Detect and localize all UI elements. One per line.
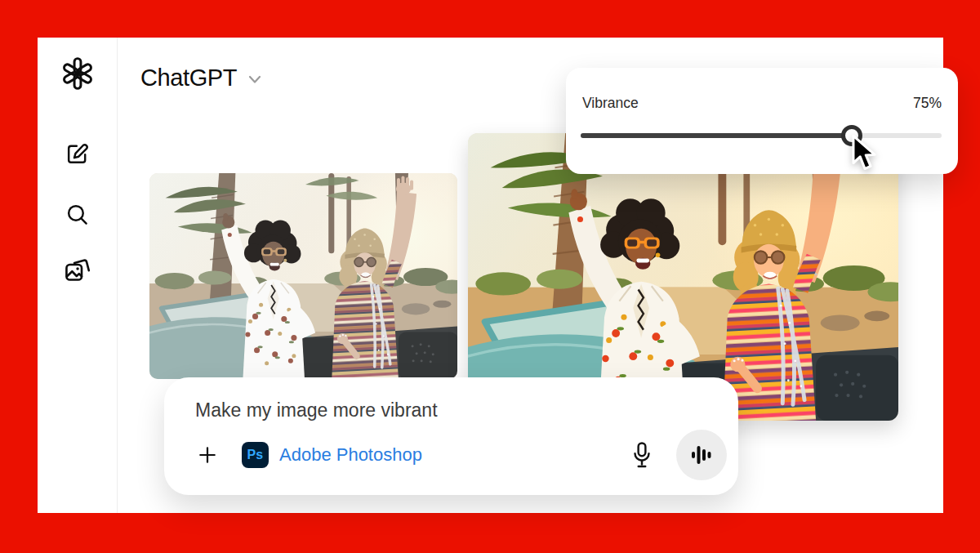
plus-icon (196, 444, 219, 466)
openai-logo-button[interactable] (38, 56, 117, 91)
before-image[interactable] (149, 173, 457, 379)
vibrance-value: 75% (913, 95, 942, 112)
voice-mode-button[interactable] (676, 430, 727, 480)
photos-icon (64, 256, 91, 283)
composer-bar: Make my image more vibrant Ps Adobe Phot… (164, 377, 738, 495)
vibrance-label: Vibrance (582, 95, 639, 112)
library-button[interactable] (38, 253, 117, 284)
chevron-down-icon (245, 69, 265, 89)
search-button[interactable] (38, 199, 117, 229)
vibrance-panel: Vibrance 75% (566, 68, 958, 174)
vibrance-slider-fill (581, 133, 852, 138)
page-title: ChatGPT (140, 64, 237, 91)
model-picker[interactable]: ChatGPT (140, 64, 265, 91)
photoshop-plugin-chip[interactable]: Ps Adobe Photoshop (242, 442, 422, 468)
photoshop-badge: Ps (242, 442, 269, 468)
new-chat-button[interactable] (38, 139, 117, 168)
add-attachment-button[interactable] (195, 443, 220, 467)
openai-logo-icon (60, 56, 95, 91)
waveform-icon (689, 443, 714, 467)
prompt-input[interactable]: Make my image more vibrant (195, 399, 727, 421)
microphone-icon (630, 441, 654, 469)
vibrance-slider[interactable] (581, 125, 942, 146)
vibrance-slider-knob[interactable] (841, 125, 862, 146)
brand-frame: { "colors": { "frame_red": "#EB1000", "l… (0, 0, 980, 553)
photoshop-plugin-label: Adobe Photoshop (279, 444, 422, 466)
composer-actions-row: Ps Adobe Photoshop (195, 430, 727, 480)
compose-icon (65, 141, 90, 167)
dictate-button[interactable] (629, 440, 655, 470)
sidebar (38, 38, 118, 513)
search-icon (65, 202, 90, 227)
